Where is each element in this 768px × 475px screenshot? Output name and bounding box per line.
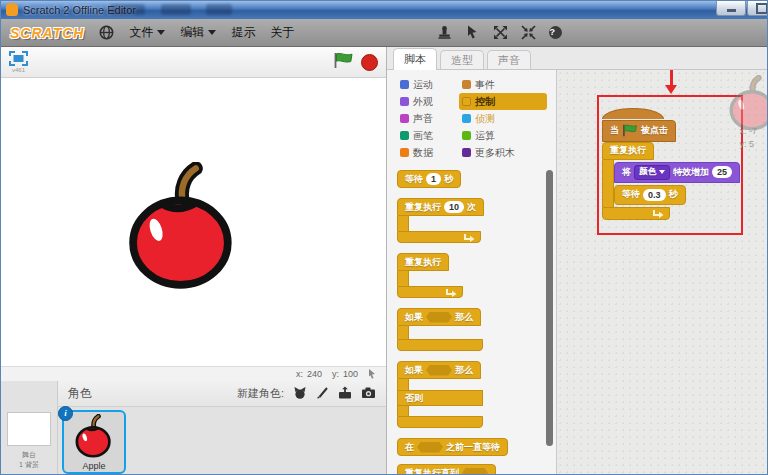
new-sprite-library-icon[interactable]: [293, 386, 307, 402]
control-swatch-icon: [462, 97, 471, 106]
paint-new-sprite-icon[interactable]: [316, 386, 329, 401]
dropdown-arrow-icon: [659, 170, 665, 174]
operators-swatch-icon: [462, 131, 471, 140]
category-list: 运动 事件 外观 控制 声音 侦测 画笔 运算 数据 更多积木: [397, 76, 556, 161]
tab-sounds[interactable]: 声音: [487, 50, 531, 69]
palette-if-block[interactable]: 如果 那么: [397, 308, 483, 351]
fullscreen-control[interactable]: v461: [9, 51, 28, 73]
titlebar-glass-artifact: [206, 4, 232, 15]
stop-button[interactable]: [361, 54, 378, 71]
category-sensing[interactable]: 侦测: [459, 110, 547, 127]
dropdown-arrow-icon: [157, 30, 165, 35]
scratch-logo[interactable]: SCRATCH: [10, 25, 84, 41]
wait-seconds-block[interactable]: 等待 0.3 秒: [614, 185, 686, 205]
block-help-icon[interactable]: ?: [549, 26, 562, 39]
palette-blocks: 等待 1 秒 重复执行 10 次: [397, 170, 556, 475]
palette-scrollbar[interactable]: [546, 170, 553, 446]
condition-slot[interactable]: [426, 312, 452, 323]
sprite-watermark-apple: [725, 75, 767, 131]
category-data[interactable]: 数据: [397, 144, 459, 161]
minimize-icon: [727, 9, 736, 12]
mouse-coords-bar: x: 240 y: 100: [1, 366, 386, 381]
mouse-x-label: x:: [296, 369, 303, 379]
new-sprite-controls: 新建角色:: [237, 386, 376, 402]
minimize-button[interactable]: [716, 1, 746, 16]
category-sound[interactable]: 声音: [397, 110, 459, 127]
scratch-editor-window: Scratch 2 Offline Editor SCRATCH 文件 编辑 提…: [0, 0, 768, 475]
category-pen[interactable]: 画笔: [397, 127, 459, 144]
when-flag-clicked-block[interactable]: 当 被点击: [602, 120, 676, 142]
category-operators[interactable]: 运算: [459, 127, 547, 144]
repeat-count[interactable]: 10: [444, 201, 464, 213]
block-palette: 运动 事件 外观 控制 声音 侦测 画笔 运算 数据 更多积木 等待: [387, 70, 557, 475]
category-events[interactable]: 事件: [459, 76, 547, 93]
maximize-button[interactable]: [747, 1, 768, 16]
condition-slot[interactable]: [462, 468, 488, 475]
palette-if-else-block[interactable]: 如果 那么 否则: [397, 361, 483, 428]
delete-cursor-icon[interactable]: [465, 25, 480, 40]
scripts-area[interactable]: 当 被点击 重复执行 将: [557, 70, 767, 475]
stage-label-line2: 1 背景: [19, 460, 39, 470]
menu-about[interactable]: 关于: [270, 24, 294, 41]
editor-tabs: 脚本 造型 声音: [387, 47, 767, 70]
green-flag-icon: [622, 124, 638, 137]
mouse-cursor-icon: [368, 369, 376, 379]
stage-thumbnail-column[interactable]: 舞台 1 背景: [1, 381, 58, 475]
sprites-section: 角色 新建角色:: [58, 381, 386, 475]
menu-tips[interactable]: 提示: [231, 24, 255, 41]
change-color-effect-block[interactable]: 将 颜色 特效增加 25: [614, 162, 740, 183]
wait-seconds-value[interactable]: 0.3: [643, 189, 666, 201]
forever-block[interactable]: 重复执行 将 颜色: [602, 142, 740, 220]
grow-sprite-icon[interactable]: [493, 25, 508, 40]
sprite-tile-apple[interactable]: i Apple: [62, 410, 126, 474]
duplicate-stamp-icon[interactable]: [437, 25, 452, 40]
condition-slot[interactable]: [417, 442, 443, 453]
sprite-info-icon[interactable]: i: [58, 406, 73, 421]
language-globe-icon[interactable]: [99, 25, 114, 40]
stage-label-line1: 舞台: [19, 450, 39, 460]
main-area: v461 x:: [1, 47, 767, 475]
category-more-blocks[interactable]: 更多积木: [459, 144, 547, 161]
mouse-y-label: y:: [332, 369, 339, 379]
effect-dropdown[interactable]: 颜色: [634, 165, 670, 180]
script-stack[interactable]: 当 被点击 重复执行 将: [602, 108, 740, 220]
shrink-sprite-icon[interactable]: [521, 25, 536, 40]
apple-sprite[interactable]: [119, 162, 247, 290]
menubar: SCRATCH 文件 编辑 提示 关于 ?: [1, 19, 767, 47]
palette-wait-until-block[interactable]: 在 之前一直等待: [397, 438, 508, 456]
sensing-swatch-icon: [462, 114, 471, 123]
sprite-position-readout: x: -7 y: 5: [739, 125, 757, 151]
stage-thumbnail-label: 舞台 1 背景: [19, 450, 39, 470]
camera-sprite-icon[interactable]: [361, 386, 376, 401]
mouse-x-value: 240: [307, 369, 322, 379]
stage-canvas[interactable]: [1, 78, 386, 366]
palette-wait-block[interactable]: 等待 1 秒: [397, 170, 461, 188]
menu-edit[interactable]: 编辑: [180, 24, 216, 41]
pen-swatch-icon: [400, 131, 409, 140]
titlebar-glass-artifact: [109, 4, 145, 15]
category-motion[interactable]: 运动: [397, 76, 459, 93]
menu-file[interactable]: 文件: [129, 24, 165, 41]
wait-value[interactable]: 1: [426, 173, 441, 185]
menu-edit-label: 编辑: [180, 24, 204, 41]
palette-forever-block[interactable]: 重复执行: [397, 253, 463, 298]
left-pane: v461 x:: [1, 47, 387, 475]
looks-swatch-icon: [400, 97, 409, 106]
effect-amount[interactable]: 25: [712, 166, 732, 178]
scripting-body: 运动 事件 外观 控制 声音 侦测 画笔 运算 数据 更多积木 等待: [387, 70, 767, 475]
titlebar: Scratch 2 Offline Editor: [1, 1, 767, 19]
category-control[interactable]: 控制: [459, 93, 547, 110]
sprites-header: 角色 新建角色:: [58, 381, 386, 407]
stage-thumbnail[interactable]: [7, 412, 51, 446]
tab-scripts[interactable]: 脚本: [393, 48, 437, 70]
palette-repeat-until-block[interactable]: 重复执行直到: [397, 464, 496, 475]
upload-sprite-icon[interactable]: [338, 386, 352, 402]
green-flag-button[interactable]: [333, 52, 354, 73]
palette-repeat-block[interactable]: 重复执行 10 次: [397, 198, 484, 243]
sprite-y-value: 5: [749, 138, 754, 151]
tab-costumes[interactable]: 造型: [440, 50, 484, 69]
category-looks[interactable]: 外观: [397, 93, 459, 110]
loop-arrow-icon: [463, 233, 475, 242]
condition-slot[interactable]: [426, 365, 452, 376]
maximize-icon: [756, 3, 768, 14]
